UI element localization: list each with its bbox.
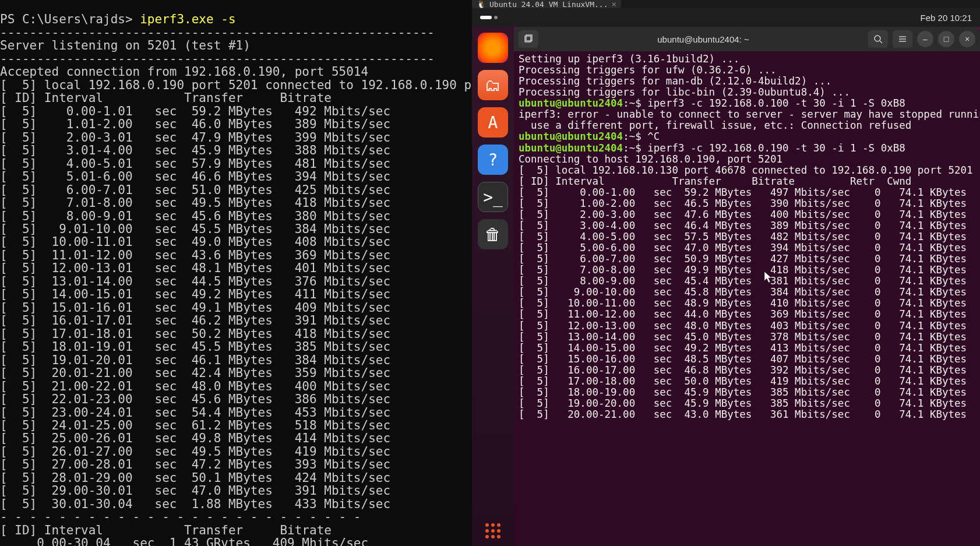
accepted-line: Accepted connection from 192.168.0.190, … <box>0 65 368 79</box>
activities-button[interactable] <box>480 16 498 19</box>
close-button[interactable]: × <box>959 31 975 47</box>
prompt-rest: :~$ <box>623 97 647 109</box>
new-tab-button[interactable] <box>519 30 538 48</box>
iperf-rows: [ 5] 0.00-1.00 sec 59.2 MBytes 497 Mbits… <box>519 187 975 420</box>
svg-point-11 <box>875 36 880 41</box>
dock-software-icon[interactable]: A <box>478 107 508 138</box>
local-line: [ 5] local 192.168.10.130 port 46678 con… <box>519 164 973 176</box>
close-icon[interactable]: × <box>612 0 616 9</box>
activities-dot-icon <box>494 16 498 19</box>
gnome-top-bar: Feb 20 10:21 <box>472 8 980 27</box>
local-line: [ 5] local 192.168.0.190 port 5201 conne… <box>0 78 472 92</box>
terminal-titlebar: ubuntu@ubuntu2404: ~ – □ × <box>514 27 980 51</box>
ps-command: iperf3.exe -s <box>140 12 235 26</box>
separator-line: - - - - - - - - - - - - - - - - - - - - … <box>0 510 361 524</box>
dock-show-apps-icon[interactable] <box>478 516 508 546</box>
prompt-user: ubuntu@ubuntu2404 <box>519 131 623 142</box>
search-icon <box>873 34 883 44</box>
svg-line-12 <box>880 41 882 43</box>
connecting-line: Connecting to host 192.168.0.190, port 5… <box>519 153 782 165</box>
dock: 🗂 A ? >_ 🗑 <box>472 27 514 546</box>
table-header: [ ID] Interval Transfer Bitrate Retr Cwn… <box>519 175 911 187</box>
vm-tab-bar: 🐧 Ubuntu_24.04_VM_LinuxVM... × <box>472 0 980 8</box>
svg-point-8 <box>497 535 500 538</box>
gnome-terminal-window[interactable]: ubuntu@ubuntu2404: ~ – □ × Setting up ip… <box>514 27 980 546</box>
svg-point-0 <box>485 523 489 527</box>
svg-point-4 <box>491 529 495 533</box>
clock[interactable]: Feb 20 10:21 <box>921 13 972 23</box>
hamburger-icon <box>898 34 907 44</box>
summary-header: [ ID] Interval Transfer Bitrate <box>0 523 332 537</box>
search-button[interactable] <box>868 30 888 48</box>
dock-trash-icon[interactable]: 🗑 <box>478 219 508 249</box>
main-area: ubuntu@ubuntu2404: ~ – □ × Setting up ip… <box>514 27 980 546</box>
terminal-body[interactable]: Setting up iperf3 (3.16-1build2) ... Pro… <box>514 51 980 546</box>
prompt-rest: :~$ <box>623 142 647 154</box>
summary-partial: 0 00-30 04 sec 1 43 GRvtes 409 Mhits/sec <box>0 536 368 546</box>
activities-pill-icon <box>480 16 492 19</box>
dock-help-icon[interactable]: ? <box>478 145 508 175</box>
error-line: use a different port, firewall issue, et… <box>519 119 911 131</box>
dash-line-1: ----------------------------------------… <box>0 26 435 40</box>
prompt-rest: :~$ <box>623 131 647 142</box>
hamburger-menu-button[interactable] <box>893 30 912 48</box>
minimize-button[interactable]: – <box>917 31 933 47</box>
prompt-user: ubuntu@ubuntu2404 <box>519 97 623 109</box>
svg-point-1 <box>491 523 495 527</box>
new-tab-icon <box>524 34 533 44</box>
server-listening-line: Server listening on 5201 (test #1) <box>0 38 251 52</box>
dock-terminal-icon[interactable]: >_ <box>478 182 508 212</box>
cmd2: iperf3 -c 192.168.0.190 -t 30 -i 1 -S 0x… <box>647 142 905 154</box>
error-line: iperf3: error - unable to connect to ser… <box>519 108 980 120</box>
desktop-area: 🗂 A ? >_ 🗑 ubuntu@ubuntu2404: ~ <box>472 27 980 546</box>
setup-line: Processing triggers for libc-bin (2.39-0… <box>519 86 850 98</box>
ctrlc: ^C <box>647 131 660 142</box>
setup-line: Setting up iperf3 (3.16-1build2) ... <box>519 53 739 65</box>
powershell-terminal[interactable]: PS C:\Users\rajds> iperf3.exe -s -------… <box>0 0 472 546</box>
vm-tab-label: Ubuntu_24.04_VM_LinuxVM... <box>489 0 608 9</box>
dash-line-2: ----------------------------------------… <box>0 52 435 66</box>
cmd1: iperf3 -c 192.168.0.100 -t 30 -i 1 -S 0x… <box>647 97 905 109</box>
maximize-button[interactable]: □ <box>938 31 954 47</box>
ubuntu-vm-window: 🐧 Ubuntu_24.04_VM_LinuxVM... × Feb 20 10… <box>472 0 980 546</box>
dock-firefox-icon[interactable] <box>478 33 508 63</box>
ps-prompt: PS C:\Users\rajds> <box>0 12 140 26</box>
svg-point-7 <box>491 535 495 538</box>
vm-tab[interactable]: 🐧 Ubuntu_24.04_VM_LinuxVM... × <box>472 0 621 8</box>
svg-point-2 <box>497 523 500 527</box>
dock-files-icon[interactable]: 🗂 <box>478 70 508 100</box>
setup-line: Processing triggers for man-db (2.12.0-4… <box>519 75 831 87</box>
setup-line: Processing triggers for ufw (0.36.2-6) .… <box>519 64 777 76</box>
svg-point-3 <box>485 529 489 533</box>
penguin-icon: 🐧 <box>477 0 486 9</box>
table-header: [ ID] Interval Transfer Bitrate <box>0 91 332 105</box>
iperf-rows: [ 5] 0.00-1.01 sec 59.2 MBytes 492 Mbits… <box>0 105 472 511</box>
svg-point-6 <box>485 535 489 538</box>
prompt-user: ubuntu@ubuntu2404 <box>519 142 623 154</box>
svg-point-5 <box>497 529 500 533</box>
terminal-title: ubuntu@ubuntu2404: ~ <box>543 34 863 44</box>
